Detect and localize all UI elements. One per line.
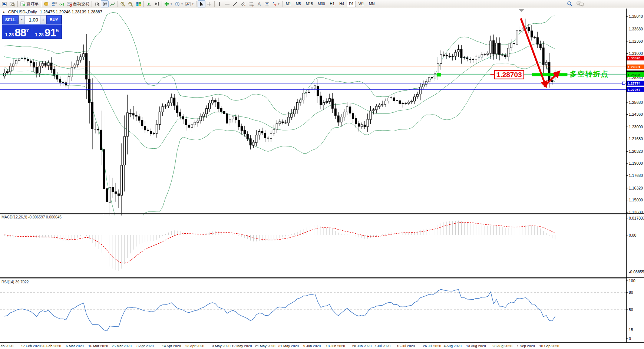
timeframe-h4[interactable]: H4	[337, 1, 346, 7]
candle	[431, 78, 433, 78]
candle	[361, 125, 363, 126]
profiles-button[interactable]	[9, 0, 16, 7]
candle	[379, 105, 380, 107]
turning-point-bar	[532, 73, 567, 76]
candle	[115, 192, 117, 194]
candle	[516, 30, 518, 45]
candle	[42, 63, 43, 66]
candle	[358, 124, 360, 126]
cursor-button[interactable]	[198, 0, 205, 7]
buy-button[interactable]: BUY	[46, 15, 62, 24]
candle	[513, 43, 515, 44]
candle	[396, 101, 398, 101]
volume-decrease-button[interactable]: ▼	[19, 15, 25, 24]
candle	[528, 27, 530, 31]
chart-shift-button[interactable]	[153, 0, 161, 7]
search-icon[interactable]	[567, 1, 573, 7]
auto-scroll-button[interactable]	[145, 0, 153, 7]
deposit-button[interactable]	[42, 0, 50, 7]
candlestick-chart-button[interactable]	[101, 0, 109, 7]
candle	[340, 117, 342, 122]
open-account-button[interactable]	[50, 0, 58, 7]
toolbar-separator	[118, 1, 118, 7]
candle	[68, 77, 70, 85]
sell-price[interactable]: 1.28 88 7	[2, 24, 32, 39]
volume-increase-button[interactable]: ▲	[40, 15, 46, 24]
template-icon	[185, 1, 191, 7]
periods-button[interactable]: ▼	[174, 0, 184, 7]
candle	[499, 43, 501, 55]
candle	[504, 55, 506, 57]
timeframe-mn[interactable]: MN	[367, 1, 377, 7]
candle	[255, 135, 257, 142]
indicators-button[interactable]: ▼	[163, 0, 174, 7]
candle	[469, 59, 471, 59]
date-tick: 10 Sep 2020	[539, 344, 559, 348]
candle	[129, 113, 131, 114]
fibonacci-button[interactable]: F	[247, 0, 255, 7]
community-chat-icon[interactable]	[577, 1, 584, 7]
crosshair-button[interactable]	[205, 0, 213, 7]
candle	[185, 119, 187, 125]
timeframe-d1[interactable]: D1	[347, 1, 356, 7]
rsi-tick: 50	[629, 307, 633, 312]
candle	[176, 106, 178, 113]
candle	[440, 55, 442, 63]
candle	[502, 55, 503, 55]
new-chart-button[interactable]	[1, 0, 9, 7]
arrows-button[interactable]: ▼	[271, 0, 281, 7]
date-tick: 18 Jun 2020	[326, 344, 345, 348]
candle	[112, 187, 114, 192]
tile-windows-icon	[136, 1, 141, 7]
chart-canvas[interactable]: 1.28703多空转折点1.350401.336801.323601.31000…	[0, 0, 644, 349]
autotrading-button[interactable]: 自动交易	[66, 0, 90, 7]
buy-price-point: 5	[56, 25, 59, 36]
candle	[346, 107, 348, 112]
vertical-line-icon	[217, 1, 222, 7]
candle	[349, 107, 351, 113]
candle	[252, 142, 254, 145]
equidistant-channel-button[interactable]: E	[239, 0, 247, 7]
text-button[interactable]: A	[255, 0, 263, 7]
horizontal-line-button[interactable]	[224, 0, 231, 7]
zoom-in-button[interactable]	[119, 0, 127, 7]
timeframe-m30[interactable]: M30	[316, 1, 327, 7]
text-label-button[interactable]: T	[263, 0, 271, 7]
candle	[229, 119, 231, 123]
timeframe-m1[interactable]: M1	[284, 1, 293, 7]
chart-shift-icon	[154, 1, 159, 7]
line-chart-icon	[110, 1, 115, 7]
cursor-icon	[199, 1, 204, 7]
candle	[261, 131, 263, 133]
candle	[30, 61, 32, 63]
timeframe-w1[interactable]: W1	[356, 1, 366, 7]
vertical-line-button[interactable]	[216, 0, 224, 7]
volume-input[interactable]	[25, 15, 40, 24]
sell-button[interactable]: SELL	[2, 15, 19, 24]
date-tick: 7 Feb 2020	[0, 344, 13, 348]
tile-windows-button[interactable]	[135, 0, 142, 7]
candle	[103, 149, 105, 189]
new-order-button[interactable]: 新订单	[19, 0, 40, 7]
templates-button[interactable]: ▼	[184, 0, 195, 7]
toolbar-right-icons	[567, 1, 584, 7]
line-chart-button[interactable]	[109, 0, 116, 7]
collapse-arrow-icon[interactable]: ▲	[2, 10, 5, 14]
candle	[534, 37, 535, 37]
autotrading-icon	[67, 1, 72, 7]
candle	[188, 125, 190, 128]
buy-price[interactable]: 1.28 91 5	[32, 24, 62, 39]
date-tick: 7 Jul 2020	[374, 344, 390, 348]
zoom-out-button[interactable]	[127, 0, 135, 7]
candle	[288, 117, 290, 123]
timeframe-m5[interactable]: M5	[294, 1, 303, 7]
candle	[484, 55, 486, 55]
candle	[56, 75, 58, 79]
candle	[364, 125, 366, 127]
bar-chart-button[interactable]	[93, 0, 101, 7]
timeframe-h1[interactable]: H1	[328, 1, 337, 7]
trendline-button[interactable]	[231, 0, 239, 7]
timeframe-m15[interactable]: M15	[304, 1, 315, 7]
candle	[223, 111, 225, 113]
signals-button[interactable]	[58, 0, 66, 7]
